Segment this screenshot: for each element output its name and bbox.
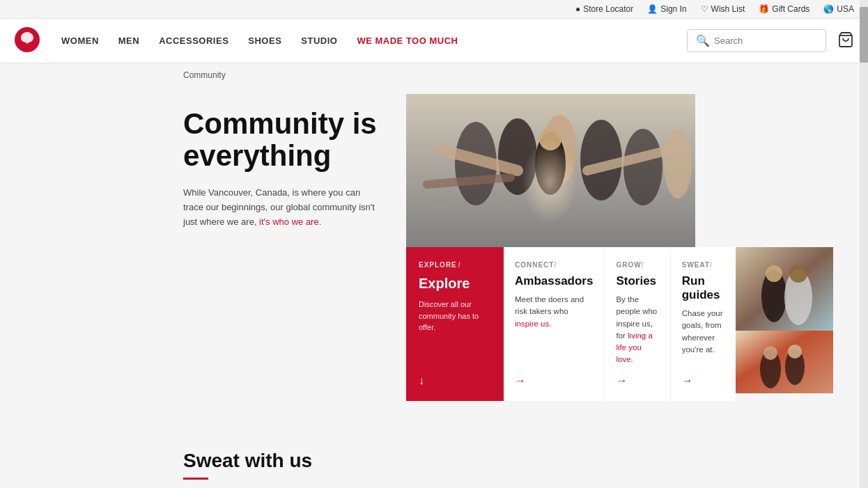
country-label: USA xyxy=(837,4,854,14)
nav-links: WOMEN MEN ACCESSORIES SHOES STUDIO WE MA… xyxy=(61,36,687,46)
svg-point-21 xyxy=(764,346,777,360)
store-locator-label: Store Locator xyxy=(583,4,633,14)
wish-list-label: Wish List xyxy=(711,4,745,14)
run-guides-desc: Chase your goals, from wherever you're a… xyxy=(682,308,724,366)
stories-living-link[interactable]: living a life you love. xyxy=(616,331,652,364)
heart-icon: ♡ xyxy=(701,4,708,14)
stories-arrow[interactable]: → xyxy=(616,375,658,387)
hero-image-svg xyxy=(406,94,695,247)
svg-point-16 xyxy=(766,265,782,282)
nav-women[interactable]: WOMEN xyxy=(61,36,99,46)
community-hero-image xyxy=(406,94,695,247)
run-guides-tag: SWEAT/ xyxy=(682,261,724,269)
wish-list-link[interactable]: ♡ Wish List xyxy=(701,4,745,14)
utility-bar: ● Store Locator 👤 Sign In ♡ Wish List 🎁 … xyxy=(0,0,868,19)
breadcrumb-community[interactable]: Community xyxy=(183,70,226,80)
hero-title: Community is everything xyxy=(183,108,378,172)
run-guides-arrow[interactable]: → xyxy=(682,375,724,387)
svg-point-8 xyxy=(664,129,692,198)
explore-card[interactable]: EXPLORE/ Explore Discover all our commun… xyxy=(406,247,504,401)
gift-cards-label: Gift Cards xyxy=(772,4,809,14)
cart-icon xyxy=(837,31,854,48)
right-panel: EXPLORE/ Explore Discover all our commun… xyxy=(406,94,833,401)
ambassadors-card[interactable]: CONNECT/ Ambassadors Meet the doers and … xyxy=(504,247,605,401)
right-image-top-svg xyxy=(736,247,833,331)
hero-text-panel: Community is everything While Vancouver,… xyxy=(183,94,378,230)
main-content: Community is everything While Vancouver,… xyxy=(0,87,868,422)
stories-desc: By the people who inspire us, for living… xyxy=(616,294,658,366)
nav-shoes[interactable]: SHOES xyxy=(248,36,281,46)
explore-tag: EXPLORE/ xyxy=(419,261,491,269)
svg-point-4 xyxy=(498,118,537,195)
gift-cards-link[interactable]: 🎁 Gift Cards xyxy=(759,4,809,14)
main-nav: WOMEN MEN ACCESSORIES SHOES STUDIO WE MA… xyxy=(0,19,868,63)
svg-point-23 xyxy=(788,345,802,359)
nav-accessories[interactable]: ACCESSORIES xyxy=(159,36,228,46)
section-underline xyxy=(183,478,208,480)
logo[interactable] xyxy=(14,26,40,56)
svg-point-7 xyxy=(623,129,662,205)
scrollbar[interactable] xyxy=(860,0,868,488)
search-box[interactable]: 🔍 xyxy=(687,29,826,52)
sweat-title: Sweat with us xyxy=(183,450,685,472)
right-image-bottom-svg xyxy=(736,331,833,393)
right-images-column xyxy=(736,247,833,401)
explore-desc: Discover all our community has to offer. xyxy=(419,299,491,365)
search-icon: 🔍 xyxy=(696,34,710,47)
explore-arrow[interactable]: ↓ xyxy=(419,375,491,387)
ambassadors-tag: CONNECT/ xyxy=(515,261,593,269)
bottom-section: Sweat with us From yoga classes and mind… xyxy=(0,422,868,489)
svg-rect-19 xyxy=(736,331,833,393)
nav-men[interactable]: MEN xyxy=(118,36,139,46)
sign-in-label: Sign In xyxy=(660,4,686,14)
ambassadors-title: Ambassadors xyxy=(515,274,593,288)
country-selector[interactable]: 🌎 USA xyxy=(823,4,854,14)
ambassadors-desc: Meet the doers and risk takers who inspi… xyxy=(515,294,593,366)
run-guides-title: Run guides xyxy=(682,274,724,302)
nav-sale[interactable]: WE MADE TOO MUCH xyxy=(357,36,458,46)
stories-tag: GROW/ xyxy=(616,261,658,269)
scrollbar-thumb[interactable] xyxy=(860,7,868,63)
svg-point-5 xyxy=(542,115,577,184)
cards-row: EXPLORE/ Explore Discover all our commun… xyxy=(406,247,833,401)
ambassadors-arrow[interactable]: → xyxy=(515,375,593,387)
stories-title: Stories xyxy=(616,274,658,288)
sign-in-link[interactable]: 👤 Sign In xyxy=(647,4,686,14)
search-input[interactable] xyxy=(714,36,817,46)
hero-desc-link[interactable]: it's who we are. xyxy=(259,217,321,227)
right-image-bottom xyxy=(736,331,833,393)
explore-title: Explore xyxy=(419,276,491,292)
ambassadors-inspire-link[interactable]: inspire us. xyxy=(515,320,551,328)
cart-button[interactable] xyxy=(837,31,854,51)
store-locator-link[interactable]: ● Store Locator xyxy=(575,4,633,14)
right-image-top xyxy=(736,247,833,331)
content-cards: CONNECT/ Ambassadors Meet the doers and … xyxy=(504,247,736,401)
hero-description: While Vancouver, Canada, is where you ca… xyxy=(183,186,378,229)
stories-card[interactable]: GROW/ Stories By the people who inspire … xyxy=(605,247,670,401)
globe-icon: 🌎 xyxy=(823,4,834,14)
store-icon: ● xyxy=(575,4,580,14)
run-guides-card[interactable]: SWEAT/ Run guides Chase your goals, from… xyxy=(671,247,736,401)
person-icon: 👤 xyxy=(647,4,658,14)
lululemon-logo xyxy=(14,26,40,53)
svg-point-13 xyxy=(539,128,561,150)
breadcrumb: Community xyxy=(0,63,868,87)
nav-studio[interactable]: STUDIO xyxy=(301,36,337,46)
svg-point-18 xyxy=(789,265,807,283)
gift-icon: 🎁 xyxy=(759,4,769,14)
